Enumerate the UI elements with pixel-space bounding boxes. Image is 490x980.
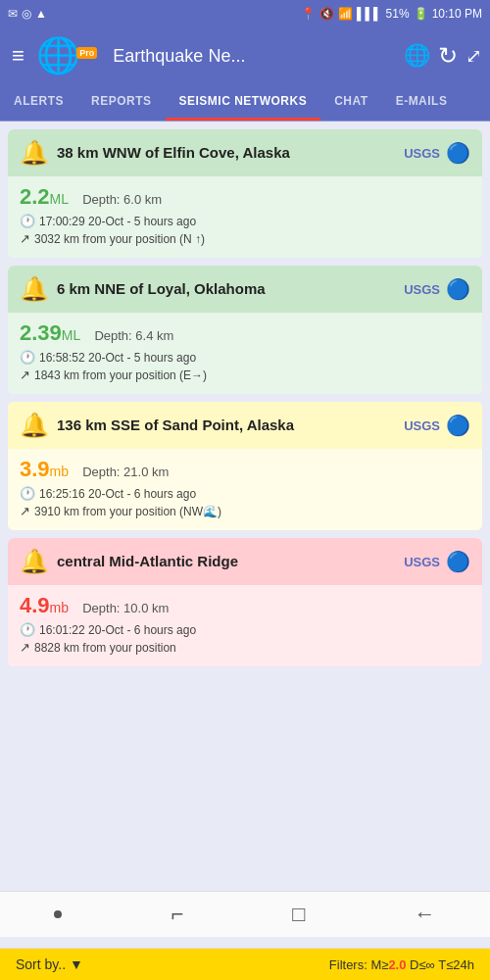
nav-back-button[interactable]: ←	[414, 902, 435, 927]
logo-container: 🌐 Pro	[36, 35, 105, 76]
eq-title-1: 38 km WNW of Elfin Cove, Alaska	[57, 143, 290, 163]
status-bar: ✉ ◎ ▲ 📍 🔇 📶 ▌▌▌ 51% 🔋 10:10 PM	[0, 0, 490, 27]
eq-title-row-1: 🔔 38 km WNW of Elfin Cove, Alaska	[20, 139, 404, 167]
earthquake-card-1: 🔔 38 km WNW of Elfin Cove, Alaska USGS 🔵…	[8, 129, 482, 258]
app-title: Earthquake Ne...	[113, 46, 396, 67]
battery-level: 51%	[386, 7, 410, 21]
eq-time-4: 16:01:22 20-Oct - 6 hours ago	[39, 623, 196, 637]
earthquake-card-2: 🔔 6 km NNE of Loyal, Oklahoma USGS 🔵 2.3…	[8, 266, 482, 394]
eq-title-3: 136 km SSE of Sand Point, Alaska	[57, 416, 294, 435]
eq-distance-4: 8828 km from your position	[34, 641, 176, 655]
eq-magnitude-row-1: 2.2ML Depth: 6.0 km	[20, 184, 470, 210]
eq-source-1: USGS	[404, 146, 440, 161]
tabs-bar: ALERTS REPORTS SEISMIC NETWORKS CHAT E-M…	[0, 84, 490, 122]
earthquake-icon-2: 🔔	[20, 275, 49, 303]
status-right: 📍 🔇 📶 ▌▌▌ 51% 🔋 10:10 PM	[301, 7, 482, 21]
expand-button[interactable]: ⤢	[466, 44, 482, 68]
eq-distance-row-2: ↗ 1843 km from your position (E→)	[20, 368, 470, 382]
location-icon: ◎	[22, 7, 31, 21]
tab-seismic-networks[interactable]: SEISMIC NETWORKS	[166, 84, 321, 121]
eq-magnitude-row-4: 4.9mb Depth: 10.0 km	[20, 593, 470, 618]
clock-icon-1: 🕐	[20, 214, 35, 228]
eq-depth-4: Depth: 10.0 km	[82, 601, 169, 615]
header-actions: 🌐 ↻ ⤢	[404, 42, 482, 70]
sort-dropdown-icon: ▼	[70, 956, 83, 972]
eq-title-row-3: 🔔 136 km SSE of Sand Point, Alaska	[20, 412, 404, 439]
app-logo: 🌐	[36, 35, 80, 75]
sort-label: Sort by..	[16, 956, 66, 972]
nav-home-button[interactable]: □	[292, 902, 305, 927]
earthquake-card-4: 🔔 central Mid-Atlantic Ridge USGS 🔵 4.9m…	[8, 538, 482, 666]
share-button-1[interactable]: 🔵	[446, 141, 470, 165]
eq-depth-1: Depth: 6.0 km	[82, 192, 162, 207]
eq-details-3: 3.9mb Depth: 21.0 km 🕐 16:25:16 20-Oct -…	[8, 449, 482, 530]
eq-meta-3: 🕐 16:25:16 20-Oct - 6 hours ago ↗ 3910 k…	[20, 486, 470, 518]
eq-time-1: 17:00:29 20-Oct - 5 hours ago	[39, 215, 196, 228]
globe-button[interactable]: 🌐	[404, 43, 430, 69]
eq-time-row-2: 🕐 16:58:52 20-Oct - 5 hours ago	[20, 350, 470, 365]
eq-header-1: 🔔 38 km WNW of Elfin Cove, Alaska USGS 🔵	[8, 129, 482, 176]
signal-icon: ▲	[35, 7, 47, 21]
eq-source-share-4: USGS 🔵	[404, 550, 470, 573]
eq-distance-2: 1843 km from your position (E→)	[34, 368, 207, 382]
eq-time-3: 16:25:16 20-Oct - 6 hours ago	[39, 487, 196, 501]
eq-distance-row-4: ↗ 8828 km from your position	[20, 640, 470, 655]
earthquake-icon-1: 🔔	[20, 139, 49, 167]
mute-icon: 🔇	[319, 7, 334, 21]
eq-source-share-2: USGS 🔵	[404, 277, 470, 301]
signal-bars: ▌▌▌	[357, 7, 382, 21]
message-icon: ✉	[8, 7, 18, 21]
eq-distance-3: 3910 km from your position (NW🌊)	[34, 505, 221, 518]
clock-icon-3: 🕐	[20, 486, 35, 501]
menu-button[interactable]: ≡	[8, 39, 28, 73]
earthquake-icon-3: 🔔	[20, 412, 49, 439]
eq-source-2: USGS	[404, 282, 440, 297]
tab-reports[interactable]: REPORTS	[77, 84, 166, 121]
time: 10:10 PM	[432, 7, 482, 21]
sort-by-button[interactable]: Sort by.. ▼	[16, 956, 83, 972]
earthquake-card-3: 🔔 136 km SSE of Sand Point, Alaska USGS …	[8, 402, 482, 530]
earthquake-icon-4: 🔔	[20, 548, 49, 575]
eq-source-3: USGS	[404, 418, 440, 433]
tab-chat[interactable]: CHAT	[320, 84, 381, 121]
clock-icon-4: 🕐	[20, 622, 35, 637]
eq-details-4: 4.9mb Depth: 10.0 km 🕐 16:01:22 20-Oct -…	[8, 585, 482, 666]
eq-meta-2: 🕐 16:58:52 20-Oct - 5 hours ago ↗ 1843 k…	[20, 350, 470, 382]
eq-magnitude-2: 2.39ML	[20, 320, 86, 345]
status-left-icons: ✉ ◎ ▲	[8, 7, 47, 21]
arrow-icon-4: ↗	[20, 640, 30, 655]
pro-badge: Pro	[76, 47, 97, 59]
eq-header-2: 🔔 6 km NNE of Loyal, Oklahoma USGS 🔵	[8, 266, 482, 313]
eq-source-share-3: USGS 🔵	[404, 414, 470, 437]
earthquake-list: 🔔 38 km WNW of Elfin Cove, Alaska USGS 🔵…	[0, 122, 490, 772]
tab-emails[interactable]: E-MAILS	[382, 84, 462, 121]
eq-time-row-1: 🕐 17:00:29 20-Oct - 5 hours ago	[20, 214, 470, 228]
share-button-4[interactable]: 🔵	[446, 550, 470, 573]
eq-title-2: 6 km NNE of Loyal, Oklahoma	[57, 279, 266, 299]
eq-magnitude-1: 2.2ML	[20, 184, 74, 209]
arrow-icon-1: ↗	[20, 231, 30, 246]
clock-icon-2: 🕐	[20, 350, 35, 365]
wifi-icon: 📶	[338, 7, 353, 21]
arrow-icon-3: ↗	[20, 504, 30, 518]
eq-source-share-1: USGS 🔵	[404, 141, 470, 165]
eq-title-4: central Mid-Atlantic Ridge	[57, 552, 238, 571]
eq-time-row-4: 🕐 16:01:22 20-Oct - 6 hours ago	[20, 622, 470, 637]
header: ≡ 🌐 Pro Earthquake Ne... 🌐 ↻ ⤢	[0, 27, 490, 84]
eq-details-1: 2.2ML Depth: 6.0 km 🕐 17:00:29 20-Oct - …	[8, 176, 482, 258]
eq-magnitude-4: 4.9mb	[20, 593, 74, 617]
eq-distance-row-3: ↗ 3910 km from your position (NW🌊)	[20, 504, 470, 518]
eq-title-row-4: 🔔 central Mid-Atlantic Ridge	[20, 548, 404, 575]
share-button-2[interactable]: 🔵	[446, 277, 470, 301]
tab-alerts[interactable]: ALERTS	[0, 84, 77, 121]
refresh-button[interactable]: ↻	[438, 42, 458, 70]
share-button-3[interactable]: 🔵	[446, 414, 470, 437]
nav-dot[interactable]	[54, 910, 62, 918]
eq-title-row-2: 🔔 6 km NNE of Loyal, Oklahoma	[20, 275, 404, 303]
eq-magnitude-row-3: 3.9mb Depth: 21.0 km	[20, 457, 470, 482]
eq-source-4: USGS	[404, 555, 440, 569]
bottom-bar: Sort by.. ▼ Filters: M≥2.0 D≤∞ T≤24h	[0, 948, 490, 980]
nav-recent-button[interactable]: ⌐	[171, 902, 183, 927]
eq-distance-1: 3032 km from your position (N ↑)	[34, 232, 205, 246]
eq-time-row-3: 🕐 16:25:16 20-Oct - 6 hours ago	[20, 486, 470, 501]
